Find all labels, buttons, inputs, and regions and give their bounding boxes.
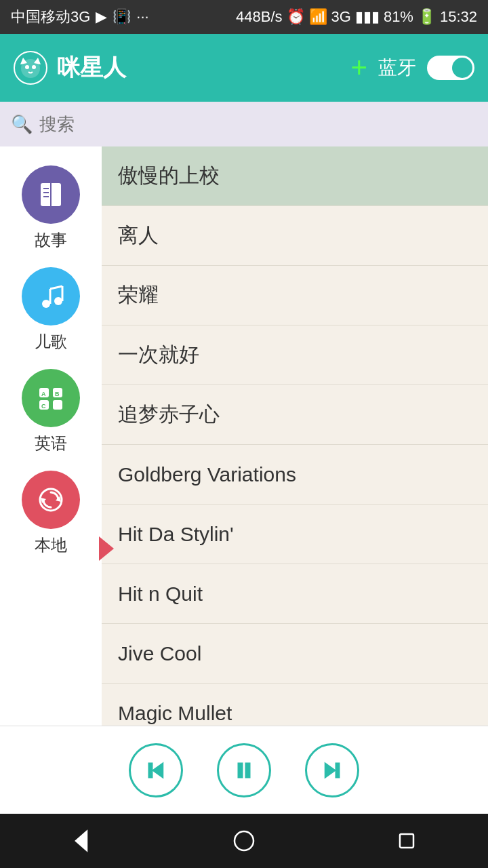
list-item[interactable]: Hit n Quit	[102, 564, 488, 624]
home-button[interactable]	[227, 824, 261, 858]
music-icon	[35, 281, 66, 312]
svg-line-13	[50, 286, 62, 289]
svg-marker-28	[325, 764, 335, 777]
abc-icon: A B C	[35, 382, 66, 414]
pause-icon	[232, 758, 256, 783]
book-icon	[35, 179, 66, 210]
dots-icon: ···	[136, 8, 148, 26]
list-item[interactable]: Hit Da Stylin'	[102, 505, 488, 564]
local-icon-bg	[22, 471, 80, 529]
song-title: 一次就好	[118, 341, 199, 369]
battery-text: 81%	[384, 8, 413, 26]
song-title: 荣耀	[118, 281, 159, 309]
sim-icon: 📳	[113, 8, 131, 26]
next-icon	[320, 758, 344, 783]
list-item[interactable]: Magic Mullet	[102, 684, 488, 726]
svg-marker-24	[153, 764, 163, 777]
svg-marker-30	[76, 831, 87, 850]
sidebar-item-english[interactable]: A B C 英语	[0, 359, 102, 461]
svg-text:A: A	[41, 391, 46, 397]
song-list: 傲慢的上校 离人 荣耀 一次就好 追梦赤子心 Goldberg Variatio…	[102, 146, 488, 726]
search-input[interactable]	[39, 114, 477, 135]
svg-rect-25	[149, 764, 152, 777]
app-logo	[14, 51, 47, 85]
play-icon: ▶	[96, 8, 107, 26]
recent-icon	[393, 827, 420, 854]
svg-point-10	[54, 297, 62, 305]
list-item[interactable]: 傲慢的上校	[102, 146, 488, 206]
svg-text:B: B	[55, 391, 60, 397]
toggle-knob	[452, 58, 472, 78]
svg-point-3	[32, 65, 36, 69]
next-button[interactable]	[305, 743, 359, 797]
sidebar-item-local[interactable]: 本地	[0, 461, 102, 563]
children-label: 儿歌	[35, 331, 67, 353]
status-bar: 中国移动3G ▶ 📳 ··· 448B/s ⏰ 📶 3G ▮▮▮ 81% 🔋 1…	[0, 0, 488, 34]
back-icon	[68, 827, 95, 854]
main-content: 故事 儿歌 A	[0, 146, 488, 726]
search-bar: 🔍	[0, 102, 488, 146]
prev-icon	[144, 758, 168, 783]
svg-rect-27	[246, 764, 249, 777]
list-item[interactable]: 荣耀	[102, 266, 488, 326]
carrier-text: 中国移动3G	[11, 7, 90, 27]
svg-rect-26	[239, 764, 242, 777]
english-icon-bg: A B C	[22, 369, 80, 427]
home-icon	[230, 827, 258, 854]
status-right: 448B/s ⏰ 📶 3G ▮▮▮ 81% 🔋 15:32	[236, 8, 477, 26]
svg-rect-32	[400, 834, 413, 848]
list-item[interactable]: 一次就好	[102, 326, 488, 385]
svg-rect-29	[336, 764, 339, 777]
time-text: 15:32	[440, 8, 477, 26]
bluetooth-label: 蓝牙	[378, 55, 416, 81]
list-item[interactable]: 离人	[102, 206, 488, 266]
local-label: 本地	[35, 534, 67, 556]
song-title: 傲慢的上校	[118, 162, 220, 190]
svg-point-31	[235, 831, 253, 850]
battery-icon: 🔋	[418, 8, 436, 26]
svg-point-9	[42, 300, 50, 308]
signal-bars: ▮▮▮	[355, 8, 380, 26]
sync-icon	[35, 484, 66, 515]
song-title: Goldberg Variations	[118, 463, 296, 486]
svg-text:C: C	[41, 403, 46, 410]
song-title: 离人	[118, 222, 159, 250]
svg-point-1	[21, 59, 40, 78]
header-right: + 蓝牙	[350, 54, 474, 82]
prev-button[interactable]	[129, 743, 183, 797]
header-left: 咪星人	[14, 51, 126, 85]
sidebar: 故事 儿歌 A	[0, 146, 102, 726]
song-title: Hit n Quit	[118, 583, 203, 606]
sidebar-item-children[interactable]: 儿歌	[0, 258, 102, 359]
signal-text: 3G	[331, 8, 351, 26]
search-icon: 🔍	[11, 114, 33, 135]
pause-button[interactable]	[217, 743, 271, 797]
add-button[interactable]: +	[350, 54, 367, 82]
svg-rect-17	[53, 400, 62, 410]
song-title: Jive Cool	[118, 642, 201, 665]
header: 咪星人 + 蓝牙	[0, 34, 488, 102]
list-item[interactable]: Goldberg Variations	[102, 445, 488, 505]
bluetooth-toggle[interactable]	[427, 56, 474, 80]
player-controls	[0, 726, 488, 814]
song-title: 追梦赤子心	[118, 401, 220, 429]
app-title: 咪星人	[57, 52, 126, 83]
list-item[interactable]: Jive Cool	[102, 624, 488, 684]
wifi-icon: 📶	[309, 8, 327, 26]
song-title: Hit Da Stylin'	[118, 523, 234, 546]
sidebar-item-story[interactable]: 故事	[0, 156, 102, 258]
list-item[interactable]: 追梦赤子心	[102, 385, 488, 445]
recent-button[interactable]	[390, 824, 424, 858]
children-icon-bg	[22, 267, 80, 326]
english-label: 英语	[35, 433, 67, 454]
story-label: 故事	[35, 229, 67, 251]
status-left: 中国移动3G ▶ 📳 ···	[11, 7, 149, 27]
nav-bar	[0, 814, 488, 868]
back-button[interactable]	[64, 824, 98, 858]
speed-text: 448B/s	[236, 8, 283, 26]
selected-arrow	[99, 536, 114, 561]
story-icon-bg	[22, 165, 80, 224]
svg-point-2	[25, 65, 29, 69]
song-title: Magic Mullet	[118, 702, 232, 725]
alarm-icon: ⏰	[287, 8, 305, 26]
